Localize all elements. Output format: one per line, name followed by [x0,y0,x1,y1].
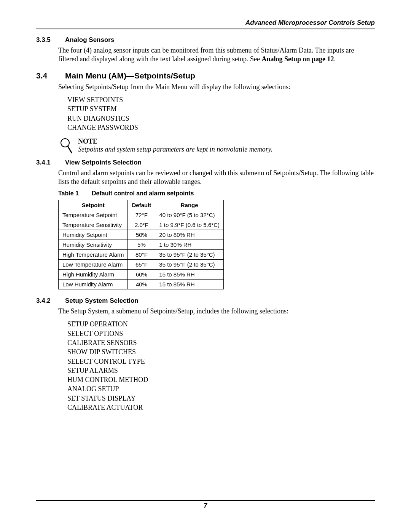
section-title: View Setpoints Selection [65,159,142,166]
cell-default: 5% [128,240,155,250]
cell-range: 15 to 85% RH [155,270,224,280]
cell-default: 50% [128,230,155,240]
list-item: RUN DIAGNOSTICS [67,114,375,123]
table-row: Low Temperature Alarm65°F35 to 95°F (2 t… [59,260,224,270]
section-number: 3.4 [36,71,58,80]
table-row: High Temperature Alarm80°F35 to 95°F (2 … [59,250,224,260]
section-34-heading: 3.4 Main Menu (AM)—Setpoints/Setup [36,71,375,80]
col-header-setpoint: Setpoint [59,200,128,210]
list-item: CHANGE PASSWORDS [67,123,375,132]
table-row: High Humidity Alarm60%15 to 85% RH [59,270,224,280]
cell-range: 15 to 85% RH [155,280,224,289]
cell-setpoint: Low Humidity Alarm [59,280,128,289]
section-341-body: Control and alarm setpoints can be revie… [58,169,375,186]
section-342-body: The Setup System, a submenu of Setpoints… [58,307,375,316]
cell-default: 65°F [128,260,155,270]
table-row: Low Humidity Alarm40%15 to 85% RH [59,280,224,289]
cell-setpoint: Humidity Setpoint [59,230,128,240]
page-number: 7 [204,502,207,509]
list-item: SETUP ALARMS [67,366,375,375]
list-item: SETUP SYSTEM [67,104,375,113]
list-item: ANALOG SETUP [67,384,375,393]
section-number: 3.4.2 [36,297,58,305]
table-row: Humidity Setpoint50%20 to 80% RH [59,230,224,240]
table-row: Temperature Setpoint72°F40 to 90°F (5 to… [59,210,224,220]
section-342-menu-list: SETUP OPERATIONSELECT OPTIONSCALIBRATE S… [67,320,375,412]
cell-default: 60% [128,270,155,280]
cell-range: 1 to 30% RH [155,240,224,250]
magnifier-icon [60,137,73,153]
section-34-intro: Selecting Setpoints/Setup from the Main … [58,83,375,91]
list-item: VIEW SETPOINTS [67,95,375,104]
cell-range: 35 to 95°F (2 to 35°C) [155,250,224,260]
table-caption-text: Default control and alarm setpoints [92,190,194,197]
cell-default: 80°F [128,250,155,260]
cell-setpoint: High Humidity Alarm [59,270,128,280]
body-part-b: . [334,55,336,63]
section-335-body: The four (4) analog sensor inputs can be… [58,46,375,64]
table-row: Humidity Sensitivity5%1 to 30% RH [59,240,224,250]
list-item: HUM CONTROL METHOD [67,375,375,384]
cell-range: 1 to 9.9°F (0.6 to 5.6°C) [155,220,224,230]
note-body: Setpoints and system setup parameters ar… [78,145,272,153]
col-header-default: Default [128,200,155,210]
cell-setpoint: High Temperature Alarm [59,250,128,260]
section-335-heading: 3.3.5 Analog Sensors [36,36,375,44]
cell-setpoint: Temperature Sensitivity [59,220,128,230]
page-footer: 7 [36,500,375,509]
list-item: CALIBRATE SENSORS [67,338,375,347]
setpoints-table: Setpoint Default Range Temperature Setpo… [58,200,224,289]
table-row: Temperature Sensitivity2.0°F1 to 9.9°F (… [59,220,224,230]
cell-default: 72°F [128,210,155,220]
note-block: NOTE Setpoints and system setup paramete… [60,137,375,153]
list-item: CALIBRATE ACTUATOR [67,403,375,412]
cell-default: 40% [128,280,155,289]
section-342-heading: 3.4.2 Setup System Selection [36,297,375,305]
cell-setpoint: Temperature Setpoint [59,210,128,220]
table-header-row: Setpoint Default Range [59,200,224,210]
note-label: NOTE [78,137,272,145]
table-1-caption: Table 1Default control and alarm setpoin… [58,190,375,197]
page: Advanced Microprocessor Controls Setup 3… [0,0,411,532]
list-item: SET STATUS DISPLAY [67,394,375,403]
cell-range: 35 to 95°F (2 to 35°C) [155,260,224,270]
body-bold-ref: Analog Setup on page 12 [261,55,334,63]
list-item: SHOW DIP SWITCHES [67,347,375,356]
svg-line-1 [68,146,72,153]
section-number: 3.4.1 [36,159,58,166]
cell-range: 20 to 80% RH [155,230,224,240]
section-34-menu-list: VIEW SETPOINTS SETUP SYSTEM RUN DIAGNOST… [67,95,375,132]
col-header-range: Range [155,200,224,210]
list-item: SELECT OPTIONS [67,329,375,338]
section-341-heading: 3.4.1 View Setpoints Selection [36,159,375,166]
table-label: Table 1 [58,190,79,197]
section-number: 3.3.5 [36,36,58,44]
cell-range: 40 to 90°F (5 to 32°C) [155,210,224,220]
cell-setpoint: Humidity Sensitivity [59,240,128,250]
running-header: Advanced Microprocessor Controls Setup [36,19,375,29]
cell-default: 2.0°F [128,220,155,230]
section-title: Setup System Selection [65,297,139,305]
section-title: Analog Sensors [65,36,114,44]
list-item: SETUP OPERATION [67,320,375,329]
cell-setpoint: Low Temperature Alarm [59,260,128,270]
list-item: SELECT CONTROL TYPE [67,357,375,366]
section-title: Main Menu (AM)—Setpoints/Setup [65,71,195,80]
